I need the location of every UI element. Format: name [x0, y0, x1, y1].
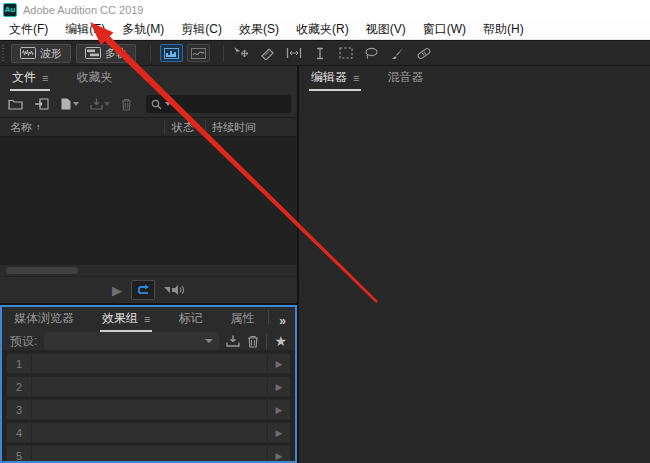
- waveform-view-button[interactable]: 波形: [11, 44, 71, 63]
- speaker-caret-icon: [164, 287, 170, 293]
- paintbrush-selection-tool[interactable]: [389, 45, 406, 61]
- search-icon: [151, 99, 162, 110]
- tab-effects-rack[interactable]: 效果组 ≡: [100, 306, 152, 332]
- column-name[interactable]: 名称 ↑: [10, 120, 41, 135]
- tab-mixer[interactable]: 混音器: [385, 65, 425, 91]
- save-file-icon[interactable]: [90, 98, 110, 110]
- tab-files[interactable]: 文件 ≡: [10, 65, 50, 91]
- file-search-input[interactable]: [146, 95, 291, 113]
- razor-tool[interactable]: [259, 45, 276, 61]
- editor-empty-area: [299, 91, 650, 463]
- panel-menu-icon[interactable]: ≡: [42, 72, 48, 84]
- slot-number: 1: [7, 354, 32, 373]
- scrollbar-thumb[interactable]: [6, 267, 78, 274]
- menu-window[interactable]: 窗口(W): [423, 21, 466, 38]
- menu-clip[interactable]: 剪辑(C): [181, 21, 222, 38]
- slot-number: 5: [7, 446, 32, 463]
- delete-file-icon[interactable]: [121, 98, 132, 111]
- search-options-caret-icon: [165, 102, 171, 106]
- files-toolbar: [0, 91, 297, 117]
- multitrack-button-label: 多轨: [105, 46, 127, 61]
- slot-arrow-icon[interactable]: ▶: [267, 423, 290, 442]
- tab-properties[interactable]: 属性: [228, 306, 256, 332]
- files-panel-tabbar: 文件 ≡ 收藏夹: [0, 66, 297, 91]
- column-divider[interactable]: [205, 120, 206, 134]
- toolbar-grip-handle[interactable]: [2, 45, 7, 62]
- menu-view[interactable]: 视图(V): [366, 21, 406, 38]
- slot-empty[interactable]: [32, 423, 267, 442]
- slot-empty[interactable]: [32, 377, 267, 396]
- waveform-button-label: 波形: [40, 46, 62, 61]
- autoplay-speaker-button[interactable]: [164, 284, 185, 296]
- toolbar-divider: [223, 45, 224, 61]
- file-list-horizontal-scrollbar[interactable]: [0, 265, 297, 276]
- rack-slot-row[interactable]: 2 ▶: [6, 376, 291, 397]
- play-button[interactable]: ▶: [112, 284, 122, 297]
- preset-label: 预设:: [10, 333, 37, 350]
- open-file-icon[interactable]: [8, 98, 23, 110]
- spot-healing-brush-tool[interactable]: [415, 45, 432, 61]
- tab-media-browser[interactable]: 媒体浏览器: [12, 306, 76, 332]
- tab-divider: [268, 310, 269, 324]
- tab-editor[interactable]: 编辑器 ≡: [309, 65, 361, 91]
- time-selection-tool[interactable]: [311, 45, 328, 61]
- slot-number: 3: [7, 400, 32, 419]
- slip-tool[interactable]: [285, 45, 302, 61]
- slot-empty[interactable]: [32, 400, 267, 419]
- slot-arrow-icon[interactable]: ▶: [267, 377, 290, 396]
- toolbar-divider: [150, 45, 151, 61]
- divider: [266, 334, 267, 349]
- preset-row: 预设: ★: [2, 332, 295, 350]
- rack-slot-row[interactable]: 1 ▶: [6, 353, 291, 374]
- marquee-selection-tool[interactable]: [337, 45, 354, 61]
- new-file-icon[interactable]: [60, 98, 79, 110]
- editor-panel-tabbar: 编辑器 ≡ 混音器: [299, 66, 650, 91]
- slot-number: 4: [7, 423, 32, 442]
- favorite-star-icon[interactable]: ★: [274, 334, 287, 348]
- new-file-caret-icon: [73, 102, 79, 106]
- rack-slot-row[interactable]: 5 ▶: [6, 445, 291, 463]
- save-preset-icon[interactable]: [226, 335, 240, 347]
- menu-bar: 文件(F) 编辑(E) 多轨(M) 剪辑(C) 效果(S) 收藏夹(R) 视图(…: [0, 19, 650, 40]
- column-divider[interactable]: [164, 120, 165, 134]
- rack-panel-tabbar: 媒体浏览器 效果组 ≡ 标记 属性 »: [2, 307, 295, 332]
- speaker-icon: [171, 284, 185, 296]
- multitrack-view-button[interactable]: 多轨: [76, 44, 136, 63]
- audition-app-icon: Au: [3, 3, 17, 17]
- loop-playback-button[interactable]: [131, 280, 155, 300]
- slot-empty[interactable]: [32, 354, 267, 373]
- spectral-frequency-display-toggle[interactable]: [160, 44, 183, 62]
- panel-overflow-icon[interactable]: »: [279, 314, 285, 332]
- preset-dropdown[interactable]: [44, 332, 219, 350]
- panel-menu-icon[interactable]: ≡: [353, 72, 359, 84]
- tab-favorites[interactable]: 收藏夹: [74, 65, 114, 91]
- menu-edit[interactable]: 编辑(E): [65, 21, 105, 38]
- delete-preset-icon[interactable]: [247, 335, 259, 348]
- slot-arrow-icon[interactable]: ▶: [267, 446, 290, 463]
- rack-slot-row[interactable]: 4 ▶: [6, 422, 291, 443]
- spectral-pitch-display-toggle[interactable]: [187, 44, 210, 62]
- save-file-caret-icon: [104, 102, 110, 106]
- files-transport-bar: ▶: [0, 276, 297, 303]
- waveform-icon: [20, 47, 36, 59]
- menu-help[interactable]: 帮助(H): [483, 21, 524, 38]
- slot-arrow-icon[interactable]: ▶: [267, 354, 290, 373]
- menu-multitrack[interactable]: 多轨(M): [122, 21, 164, 38]
- file-list-empty-area[interactable]: [0, 137, 297, 265]
- effects-rack-panel: 媒体浏览器 效果组 ≡ 标记 属性 » 预设: ★ 1: [0, 305, 297, 463]
- column-status[interactable]: 状态: [172, 120, 194, 135]
- column-duration[interactable]: 持续时间: [212, 120, 256, 135]
- menu-favorites[interactable]: 收藏夹(R): [296, 21, 349, 38]
- slot-arrow-icon[interactable]: ▶: [267, 400, 290, 419]
- menu-file[interactable]: 文件(F): [9, 21, 48, 38]
- import-file-icon[interactable]: [34, 98, 49, 111]
- tab-markers[interactable]: 标记: [176, 306, 204, 332]
- rack-slot-list: 1 ▶ 2 ▶ 3 ▶ 4 ▶ 5 ▶: [2, 350, 295, 463]
- move-tool[interactable]: [233, 45, 250, 61]
- panel-menu-icon[interactable]: ≡: [144, 313, 150, 325]
- multitrack-icon: [85, 47, 101, 59]
- slot-empty[interactable]: [32, 446, 267, 463]
- menu-effects[interactable]: 效果(S): [239, 21, 279, 38]
- lasso-selection-tool[interactable]: [363, 45, 380, 61]
- rack-slot-row[interactable]: 3 ▶: [6, 399, 291, 420]
